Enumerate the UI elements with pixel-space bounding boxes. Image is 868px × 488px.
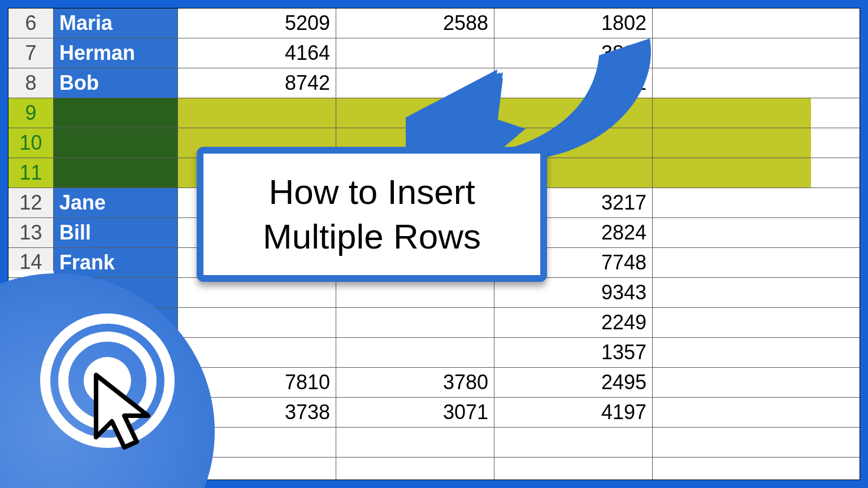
cell-value[interactable]: 4164	[178, 38, 336, 68]
row-header[interactable]: 9	[8, 98, 54, 128]
cell-name[interactable]: Maria	[54, 8, 178, 38]
cell-value[interactable]	[178, 308, 336, 337]
row-header[interactable]: 7	[8, 38, 54, 68]
cell-name[interactable]: Jane	[54, 188, 178, 217]
cell-value[interactable]: 4197	[494, 398, 653, 427]
cell-name[interactable]	[54, 158, 178, 188]
cell-value[interactable]	[336, 68, 494, 98]
row-header[interactable]: 12	[8, 188, 54, 217]
row-header[interactable]: 11	[8, 158, 54, 188]
cell-value[interactable]: 3780	[336, 368, 494, 397]
cell-value[interactable]	[653, 248, 811, 277]
cell-value[interactable]	[653, 398, 811, 427]
cell-value[interactable]	[653, 98, 811, 128]
cell-value[interactable]: 8742	[178, 68, 336, 98]
row-header[interactable]: 8	[8, 68, 54, 98]
cell-value[interactable]	[178, 278, 336, 307]
cell-value[interactable]: 5209	[178, 8, 336, 38]
cell-value[interactable]	[653, 218, 811, 247]
cell-value[interactable]	[653, 8, 811, 38]
cell-name[interactable]	[54, 128, 178, 158]
table-row-selected[interactable]: 9	[8, 98, 860, 128]
cell-value[interactable]	[653, 188, 811, 217]
cell-value[interactable]	[494, 98, 653, 128]
cell-value[interactable]	[336, 308, 494, 337]
cell-value[interactable]	[336, 457, 494, 480]
cell-value[interactable]	[336, 38, 494, 68]
cell-name[interactable]: Frank	[54, 248, 178, 277]
cell-value[interactable]: 1802	[494, 8, 653, 38]
cell-name[interactable]: Bob	[54, 68, 178, 98]
cell-value[interactable]	[336, 278, 494, 307]
cell-name[interactable]	[54, 98, 178, 128]
cell-value[interactable]	[653, 38, 811, 68]
cell-value[interactable]	[336, 338, 494, 367]
cell-name[interactable]: Herman	[54, 38, 178, 68]
row-header[interactable]: 6	[8, 8, 54, 38]
cell-value[interactable]	[653, 428, 811, 457]
row-header[interactable]: 14	[8, 248, 54, 271]
cell-value[interactable]	[178, 98, 336, 128]
title-text: How to Insert Multiple Rows	[263, 172, 481, 256]
table-row[interactable]: 6 Maria 5209 2588 1802	[8, 8, 860, 38]
cell-value[interactable]: 1357	[494, 338, 653, 367]
cell-value[interactable]: 3807	[494, 38, 653, 68]
table-row[interactable]: 8 Bob 8742 6841	[8, 68, 860, 98]
cell-value[interactable]: 2588	[336, 8, 494, 38]
cell-value[interactable]	[494, 457, 653, 480]
cell-value[interactable]: 2495	[494, 368, 653, 397]
cell-value[interactable]	[494, 428, 653, 457]
cell-value[interactable]: 9343	[494, 278, 653, 307]
cell-value[interactable]	[653, 128, 811, 158]
cell-value[interactable]	[178, 338, 336, 367]
cell-value[interactable]	[653, 68, 811, 98]
cell-value[interactable]: 6841	[494, 68, 653, 98]
cell-value[interactable]	[336, 98, 494, 128]
cell-name[interactable]: Bill	[54, 218, 178, 247]
cell-value[interactable]	[653, 338, 811, 367]
cell-value[interactable]	[653, 368, 811, 397]
table-row[interactable]: 7 Herman 4164 3807	[8, 38, 860, 68]
cell-value[interactable]: 2249	[494, 308, 653, 337]
cell-value[interactable]	[653, 457, 811, 480]
cell-value[interactable]	[653, 158, 811, 188]
cell-value[interactable]	[653, 278, 811, 307]
cell-value[interactable]: 3071	[336, 398, 494, 427]
row-header[interactable]: 13	[8, 218, 54, 247]
cell-value[interactable]	[653, 308, 811, 337]
row-header[interactable]: 10	[8, 128, 54, 158]
cell-value[interactable]	[336, 428, 494, 457]
title-overlay: How to Insert Multiple Rows	[197, 147, 547, 282]
